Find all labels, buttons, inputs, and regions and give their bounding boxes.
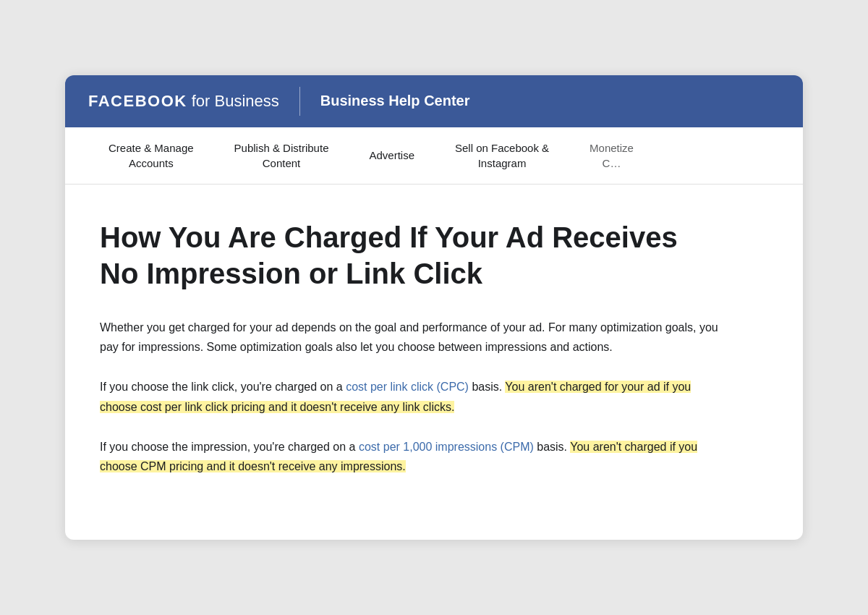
brand-for-business: for Business: [192, 92, 279, 111]
header-divider: [299, 87, 300, 116]
cpc-link[interactable]: cost per link click (CPC): [346, 381, 469, 393]
navigation: Create & Manage Accounts Publish & Distr…: [65, 127, 803, 184]
paragraph-2: If you choose the link click, you're cha…: [100, 377, 722, 416]
brand[interactable]: FACEBOOK for Business: [88, 92, 279, 111]
main-card: FACEBOOK for Business Business Help Cent…: [65, 75, 803, 540]
header: FACEBOOK for Business Business Help Cent…: [65, 75, 803, 127]
nav-item-sell-facebook[interactable]: Sell on Facebook & Instagram: [435, 127, 569, 184]
paragraph-3: If you choose the impression, you're cha…: [100, 437, 722, 476]
help-center-label[interactable]: Business Help Center: [320, 93, 470, 109]
nav-item-advertise[interactable]: Advertise: [349, 127, 435, 184]
article-content: How You Are Charged If Your Ad Receives …: [65, 184, 803, 540]
paragraph-1: Whether you get charged for your ad depe…: [100, 318, 722, 357]
nav-item-publish-distribute[interactable]: Publish & Distribute Content: [214, 127, 349, 184]
brand-facebook: FACEBOOK: [88, 92, 187, 111]
article-title: How You Are Charged If Your Ad Receives …: [100, 219, 722, 292]
cpm-link[interactable]: cost per 1,000 impressions (CPM): [359, 441, 534, 453]
nav-item-create-manage[interactable]: Create & Manage Accounts: [88, 127, 214, 184]
nav-item-monetize[interactable]: Monetize C…: [569, 127, 654, 184]
